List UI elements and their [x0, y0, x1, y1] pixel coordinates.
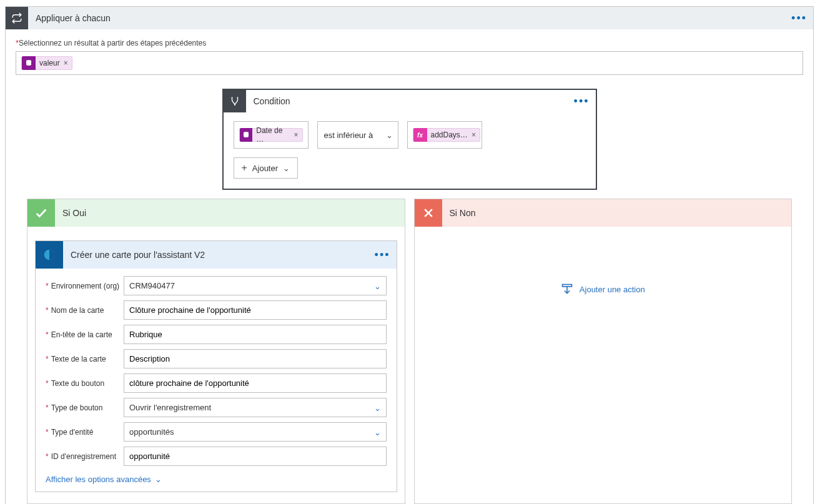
env-select[interactable]: CRM940477 ⌄	[124, 276, 387, 295]
condition-menu[interactable]: •••	[574, 95, 590, 108]
add-condition-button[interactable]: + Ajouter ⌄	[234, 157, 299, 179]
fx-icon: fx	[413, 128, 427, 142]
field-recordid: *ID d'enregistrement	[46, 447, 387, 466]
create-card-action: Créer une carte pour l'assistant V2 ••• …	[35, 240, 397, 492]
no-title: Si Non	[442, 208, 476, 218]
token-remove[interactable]: ×	[64, 59, 68, 67]
add-action-button[interactable]: Ajouter une action	[580, 285, 645, 294]
add-action-row: Ajouter une action	[415, 227, 792, 295]
field-buttontype: *Type de bouton Ouvrir l'enregistrement …	[46, 398, 387, 417]
chevron-down-icon: ⌄	[374, 403, 381, 412]
field-buttontext: *Texte du bouton	[46, 373, 387, 393]
chevron-down-icon: ⌄	[374, 427, 381, 437]
apply-each-title: Appliquer à chacun	[28, 13, 111, 23]
entitytype-select[interactable]: opportunités ⌄	[124, 422, 387, 442]
close-icon	[415, 199, 442, 227]
condition-header[interactable]: Condition •••	[224, 90, 596, 112]
yes-header: Si Oui	[27, 199, 405, 227]
apply-each-card: Appliquer à chacun ••• *Sélectionnez un …	[5, 6, 814, 504]
add-action-icon	[561, 283, 573, 295]
condition-card: Condition ••• Date de … ×	[222, 89, 597, 190]
chevron-down-icon: ⌄	[283, 164, 290, 173]
create-card-header[interactable]: Créer une carte pour l'assistant V2 •••	[36, 241, 397, 269]
field-env: *Environnement (org) CRM940477 ⌄	[46, 276, 387, 295]
yes-branch: Si Oui Créer une carte pour l'assistant …	[27, 199, 405, 504]
cardname-input[interactable]	[124, 300, 387, 320]
chevron-down-icon: ⌄	[386, 131, 393, 140]
select-result-label: *Sélectionnez un résultat à partir des é…	[16, 38, 803, 47]
condition-operator-select[interactable]: est inférieur à ⌄	[317, 121, 398, 149]
field-cardname: *Nom de la carte	[46, 300, 387, 320]
cardheader-input[interactable]	[124, 325, 387, 344]
create-card-title: Créer une carte pour l'assistant V2	[63, 250, 205, 260]
condition-right-operand[interactable]: fx addDays… ×	[407, 121, 482, 149]
dynamics-icon	[36, 241, 63, 269]
apply-each-menu[interactable]: •••	[791, 12, 807, 25]
advanced-options-link[interactable]: Afficher les options avancées ⌄	[46, 475, 162, 484]
token-remove[interactable]: ×	[294, 131, 298, 139]
token-adddays[interactable]: fx addDays… ×	[413, 128, 480, 142]
buttontext-input[interactable]	[124, 373, 387, 393]
select-result-input[interactable]: valeur ×	[16, 51, 803, 75]
database-icon	[22, 56, 36, 70]
field-cardheader: *En-tête de la carte	[46, 325, 387, 344]
buttontype-select[interactable]: Ouvrir l'enregistrement ⌄	[124, 398, 387, 417]
field-cardtext: *Texte de la carte	[46, 349, 387, 368]
no-branch: Si Non Ajouter une action	[414, 199, 793, 504]
database-icon	[240, 128, 253, 142]
condition-title: Condition	[246, 96, 290, 106]
apply-each-header[interactable]: Appliquer à chacun •••	[6, 7, 813, 29]
chevron-down-icon: ⌄	[155, 475, 162, 484]
create-card-menu[interactable]: •••	[375, 249, 390, 262]
plus-icon: +	[242, 162, 247, 174]
cardtext-input[interactable]	[124, 349, 387, 368]
token-date[interactable]: Date de … ×	[239, 128, 303, 142]
condition-left-operand[interactable]: Date de … ×	[234, 121, 309, 149]
loop-icon	[6, 7, 28, 29]
field-entitytype: *Type d'entité opportunités ⌄	[46, 422, 387, 442]
yes-title: Si Oui	[55, 208, 86, 218]
checkmark-icon	[27, 199, 55, 227]
token-remove[interactable]: ×	[472, 131, 476, 139]
recordid-input[interactable]	[124, 447, 387, 466]
no-header: Si Non	[415, 199, 792, 227]
chevron-down-icon: ⌄	[374, 281, 381, 290]
condition-icon	[224, 90, 246, 112]
svg-rect-5	[562, 285, 571, 287]
token-label: valeur	[39, 59, 60, 67]
token-valeur[interactable]: valeur ×	[21, 56, 72, 70]
